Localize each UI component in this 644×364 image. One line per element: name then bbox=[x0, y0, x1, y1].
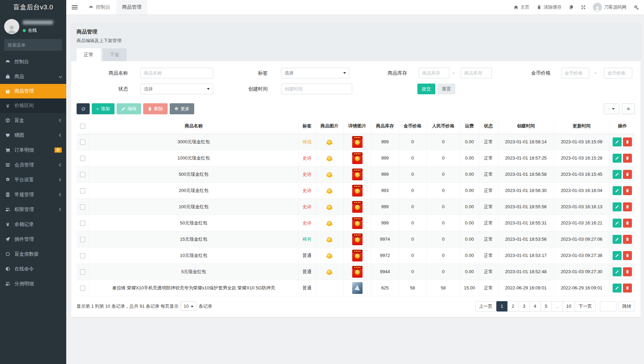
row-delete-button[interactable] bbox=[623, 267, 632, 276]
detail-image[interactable] bbox=[352, 282, 363, 294]
page-button[interactable]: 5 bbox=[541, 301, 552, 312]
row-delete-button[interactable] bbox=[623, 235, 632, 244]
row-edit-button[interactable] bbox=[613, 154, 622, 163]
page-button[interactable]: 10 bbox=[563, 301, 575, 312]
tag-filter-select[interactable]: 选择 bbox=[281, 68, 349, 78]
row-edit-button[interactable] bbox=[613, 267, 622, 276]
jump-page-input[interactable] bbox=[600, 301, 616, 312]
reset-button[interactable]: 重置 bbox=[437, 84, 455, 94]
sidebar-item[interactable]: 分佣明细 bbox=[0, 276, 66, 291]
created-filter-input[interactable] bbox=[281, 84, 352, 94]
detail-image[interactable] bbox=[352, 152, 363, 164]
sidebar-subitem[interactable]: 商品管理 bbox=[0, 84, 66, 98]
row-checkbox[interactable] bbox=[80, 188, 85, 193]
jump-button[interactable]: 跳转 bbox=[618, 301, 635, 312]
row-checkbox[interactable] bbox=[80, 204, 85, 210]
gold-max-input[interactable] bbox=[604, 68, 632, 78]
sidebar-item[interactable]: 插件管理 bbox=[0, 232, 66, 247]
stock-min-input[interactable] bbox=[419, 68, 449, 78]
export-button[interactable] bbox=[604, 103, 620, 114]
row-checkbox[interactable] bbox=[80, 140, 85, 145]
add-button[interactable]: +添加 bbox=[92, 103, 115, 114]
tab-normal[interactable]: 正常 bbox=[77, 48, 101, 61]
detail-image[interactable] bbox=[352, 250, 363, 261]
row-delete-button[interactable] bbox=[623, 154, 632, 163]
sidebar-item[interactable]: 会员管理 bbox=[0, 157, 66, 172]
row-edit-button[interactable] bbox=[613, 219, 622, 228]
refresh-button[interactable] bbox=[77, 103, 90, 114]
row-checkbox[interactable] bbox=[80, 221, 85, 226]
next-page-button[interactable]: 下一页 bbox=[575, 301, 596, 312]
row-edit-button[interactable] bbox=[613, 235, 622, 244]
detail-image[interactable] bbox=[352, 266, 363, 278]
row-edit-button[interactable] bbox=[613, 186, 622, 195]
sidebar-item[interactable]: 盲盒 bbox=[0, 113, 66, 128]
row-checkbox[interactable] bbox=[80, 237, 85, 242]
select-all-checkbox[interactable] bbox=[80, 124, 85, 129]
sidebar-subitem[interactable]: ¥价格区间 bbox=[0, 98, 66, 113]
gold-min-input[interactable] bbox=[561, 68, 589, 78]
nav-tab-product-management[interactable]: 商品管理 bbox=[116, 0, 147, 15]
detail-image[interactable] bbox=[352, 185, 363, 197]
page-button[interactable]: 2 bbox=[507, 301, 519, 312]
sidebar-item[interactable]: 商品 bbox=[0, 69, 66, 84]
sidebar-item[interactable]: 控制台 bbox=[0, 54, 66, 69]
sidebar-item[interactable]: 订单明细新 bbox=[0, 143, 66, 157]
delete-button[interactable]: 删除 bbox=[143, 103, 168, 114]
page-button[interactable]: 3 bbox=[518, 301, 530, 312]
settings-link[interactable] bbox=[634, 5, 638, 10]
row-checkbox[interactable] bbox=[80, 172, 85, 177]
product-stock: 625 bbox=[371, 280, 399, 296]
row-checkbox[interactable] bbox=[80, 156, 85, 161]
detail-image[interactable] bbox=[352, 233, 363, 245]
row-edit-button[interactable] bbox=[613, 251, 622, 260]
sidebar-item[interactable]: 平台设置 bbox=[0, 172, 66, 187]
gold-price: 0 bbox=[399, 215, 426, 231]
copy-page-link[interactable] bbox=[569, 5, 574, 10]
sidebar-item[interactable]: 在线命令 bbox=[0, 261, 66, 276]
home-link[interactable]: 主页 bbox=[514, 4, 529, 10]
row-checkbox[interactable] bbox=[80, 286, 85, 291]
row-edit-button[interactable] bbox=[613, 170, 622, 179]
detail-image[interactable] bbox=[352, 217, 363, 229]
page-button[interactable]: 1 bbox=[496, 301, 508, 312]
page-size-dropdown[interactable]: 10 bbox=[180, 301, 196, 311]
status-filter-select[interactable]: 选择 bbox=[140, 84, 213, 94]
row-checkbox[interactable] bbox=[80, 253, 85, 258]
row-edit-button[interactable] bbox=[613, 284, 622, 293]
clear-cache-link[interactable]: 清除缓存 bbox=[537, 4, 562, 10]
fullscreen-link[interactable] bbox=[581, 5, 586, 10]
row-delete-button[interactable] bbox=[623, 170, 632, 179]
row-delete-button[interactable] bbox=[623, 186, 632, 195]
nav-tab-dashboard[interactable]: 控制台 bbox=[83, 0, 116, 15]
column-search-button[interactable] bbox=[622, 103, 635, 114]
row-delete-button[interactable] bbox=[623, 137, 632, 146]
row-delete-button[interactable] bbox=[623, 202, 632, 211]
sidebar-item[interactable]: 权限管理 bbox=[0, 202, 66, 217]
stock-max-input[interactable] bbox=[461, 68, 492, 78]
sidebar-item[interactable]: 晒图 bbox=[0, 128, 66, 143]
row-edit-button[interactable] bbox=[613, 202, 622, 211]
submit-button[interactable]: 提交 bbox=[417, 84, 435, 94]
sidebar-item[interactable]: ¥余额记录 bbox=[0, 217, 66, 232]
page-button[interactable]: 4 bbox=[529, 301, 541, 312]
user-menu[interactable]: 刀客源码网 bbox=[593, 3, 626, 12]
sidebar-item[interactable]: 盲盒假数据 bbox=[0, 247, 66, 261]
row-checkbox[interactable] bbox=[80, 269, 85, 275]
prev-page-button[interactable]: 上一页 bbox=[475, 301, 496, 312]
more-button[interactable]: 更多 bbox=[170, 103, 194, 114]
sidebar-toggle-icon[interactable] bbox=[66, 0, 83, 15]
detail-image[interactable] bbox=[352, 136, 363, 148]
sidebar-search-input[interactable] bbox=[4, 42, 66, 48]
row-delete-button[interactable] bbox=[623, 251, 632, 260]
sidebar-item[interactable]: 常规管理 bbox=[0, 187, 66, 202]
row-delete-button[interactable] bbox=[623, 284, 632, 293]
name-filter-input[interactable] bbox=[140, 68, 213, 78]
detail-image[interactable] bbox=[352, 201, 363, 213]
tab-offshelf[interactable]: 下架 bbox=[102, 48, 127, 61]
edit-button[interactable]: 编辑 bbox=[117, 103, 141, 114]
online-dot-icon bbox=[23, 29, 26, 32]
row-edit-button[interactable] bbox=[613, 137, 622, 146]
row-delete-button[interactable] bbox=[623, 219, 632, 228]
detail-image[interactable] bbox=[352, 169, 363, 180]
